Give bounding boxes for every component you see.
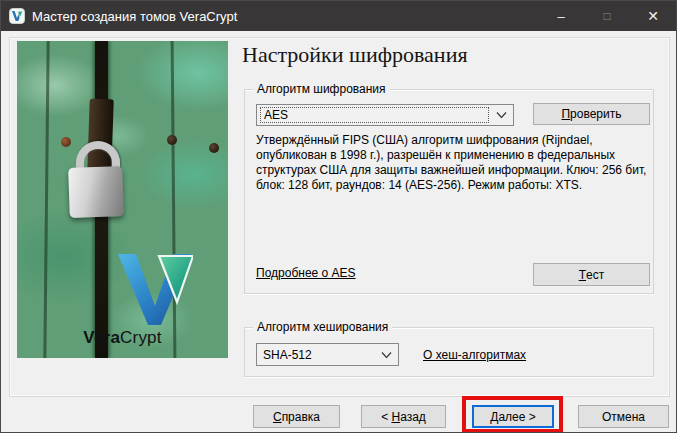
veracrypt-wizard-window: Мастер создания томов VeraCrypt – □ ✕	[0, 0, 677, 433]
encryption-algorithm-select[interactable]: AES	[256, 104, 514, 126]
encryption-group-label: Алгоритм шифрования	[253, 82, 390, 96]
veracrypt-app-icon	[9, 8, 25, 24]
veracrypt-logo-text: VeraCrypt	[17, 328, 228, 348]
chevron-down-icon	[381, 351, 392, 358]
window-title: Мастер создания томов VeraCrypt	[32, 9, 237, 24]
hash-info-link[interactable]: О хеш-алгоритмах	[423, 348, 526, 362]
encryption-algorithm-value: AES	[260, 107, 489, 123]
check-button[interactable]: Проверить	[533, 103, 650, 125]
cancel-button[interactable]: Отмена	[578, 405, 669, 428]
chevron-down-icon	[496, 112, 507, 119]
bolt-icon	[209, 143, 219, 153]
benchmark-button[interactable]: Тест	[533, 263, 650, 286]
padlock-icon	[68, 166, 124, 218]
close-icon[interactable]: ✕	[630, 1, 676, 31]
next-button[interactable]: Далее >	[472, 405, 554, 428]
page-title: Настройки шифрования	[242, 42, 468, 68]
minimize-icon[interactable]: –	[538, 1, 584, 31]
bolt-icon	[167, 135, 177, 145]
back-button[interactable]: < Назад	[361, 405, 446, 428]
hash-algorithm-select[interactable]: SHA-512	[256, 343, 399, 366]
more-about-aes-link[interactable]: Подробнее о AES	[256, 266, 356, 280]
hash-algorithm-value: SHA-512	[260, 346, 374, 363]
veracrypt-logo-icon	[117, 254, 193, 330]
bolt-icon	[61, 137, 71, 147]
window-controls: – □ ✕	[538, 1, 676, 31]
help-button[interactable]: Справка	[253, 405, 340, 428]
algorithm-description: Утверждённый FIPS (США) алгоритм шифрова…	[256, 133, 650, 193]
title-bar: Мастер создания томов VeraCrypt – □ ✕	[1, 1, 676, 31]
door-photo: VeraCrypt	[17, 41, 228, 358]
maximize-icon[interactable]: □	[584, 1, 630, 31]
hash-group-label: Алгоритм хеширования	[253, 320, 392, 334]
door-plank-line	[43, 41, 49, 358]
